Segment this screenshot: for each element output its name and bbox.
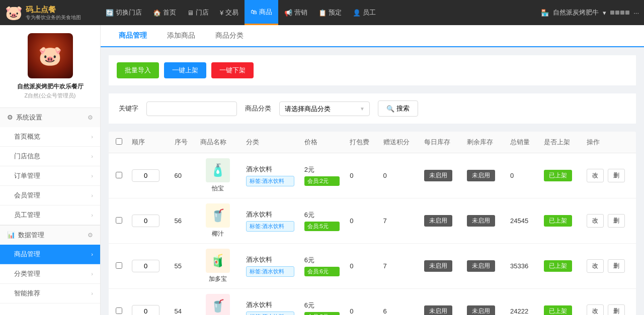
store-name-label[interactable]: 自然派炭烤肥牛 <box>553 8 599 17</box>
member-price-3: 会员:6元 <box>304 267 340 276</box>
sidebar-item-staff-management[interactable]: 员工管理 › <box>0 205 100 225</box>
order-input-3[interactable] <box>132 260 159 272</box>
chevron-right-icon: › <box>91 290 93 296</box>
price-main-1: 2元 <box>304 165 340 174</box>
order-input-4[interactable] <box>132 305 159 315</box>
row-checkbox-4[interactable] <box>116 307 122 314</box>
tab-goods-category[interactable]: 商品分类 <box>205 25 254 47</box>
col-order: 顺序 <box>127 132 170 153</box>
remaining-stock-badge-2: 未启用 <box>467 215 495 227</box>
col-actions: 操作 <box>582 132 636 153</box>
select-all-checkbox[interactable] <box>116 138 122 145</box>
profile-sub: Z自然(公众号管理员) <box>8 92 92 99</box>
actions-cell: 改 删 <box>582 244 636 289</box>
one-click-on-button[interactable]: 一键上架 <box>164 62 206 78</box>
delete-button-1[interactable]: 删 <box>608 169 625 182</box>
sidebar-item-category-management[interactable]: 分类管理 › <box>0 264 100 284</box>
member-price-1: 会员:2元 <box>304 176 340 186</box>
search-button[interactable]: 🔍 搜索 <box>378 100 418 117</box>
order-input-2[interactable] <box>132 215 159 227</box>
col-daily-stock: 每日库存 <box>419 132 462 153</box>
main-area: 商品管理 添加商品 商品分类 批量导入 一键上架 一键下架 <box>101 25 644 315</box>
order-input-1[interactable] <box>132 169 159 182</box>
category-management-label: 分类管理 <box>14 269 40 278</box>
daily-stock-cell: 未启用 <box>419 153 462 198</box>
keyword-input[interactable] <box>146 101 237 116</box>
daily-stock-badge-1: 未启用 <box>424 170 452 181</box>
shelf-status-cell: 已上架 <box>539 153 582 198</box>
reservation-icon: 📋 <box>318 9 327 17</box>
row-checkbox-3[interactable] <box>116 262 122 269</box>
row-checkbox-1[interactable] <box>116 172 122 178</box>
one-click-off-button[interactable]: 一键下架 <box>211 62 254 78</box>
nav-item-home[interactable]: 🏠 首页 <box>148 0 181 25</box>
shelf-badge-2: 已上架 <box>544 215 572 227</box>
sidebar-item-order-management[interactable]: 订单管理 › <box>0 166 100 186</box>
member-management-label: 会员管理 <box>14 191 40 200</box>
homepage-overview-label: 首页概览 <box>14 132 40 141</box>
store-icon: 🖥 <box>187 9 194 17</box>
edit-button-2[interactable]: 改 <box>587 214 604 228</box>
total-sales-cell: 24222 <box>505 289 538 316</box>
store-dropdown-icon[interactable]: ▾ <box>603 9 606 17</box>
order-management-label: 订单管理 <box>14 171 40 180</box>
sidebar-section-system: ⚙ 系统设置 ⚙ 首页概览 › 门店信息 › 订单管理 › 会员管理 › <box>0 108 100 226</box>
shelf-status-cell: 已上架 <box>539 198 582 244</box>
staff-management-label: 员工管理 <box>14 211 40 220</box>
category-name-4: 酒水饮料 <box>246 300 294 309</box>
delete-button-4[interactable]: 删 <box>608 304 625 315</box>
staff-icon: 👤 <box>353 9 361 17</box>
logo-icon: 🐷 <box>5 5 23 21</box>
nav-item-goods[interactable]: 🛍 商品 <box>245 0 278 25</box>
delete-button-2[interactable]: 删 <box>608 214 625 228</box>
sidebar-item-goods-management[interactable]: 商品管理 › <box>0 245 100 264</box>
tab-goods-manage[interactable]: 商品管理 <box>109 25 157 47</box>
tab-add-goods[interactable]: 添加商品 <box>157 25 205 47</box>
nav-label-switch: 切换门店 <box>116 8 142 17</box>
remaining-stock-badge-1: 未启用 <box>467 170 495 181</box>
category-tag-2: 标签:酒水饮料 <box>246 221 294 232</box>
row-checkbox-2[interactable] <box>116 217 122 224</box>
settings-config-icon[interactable]: ⚙ <box>88 114 93 121</box>
member-price-2: 会员:5元 <box>304 222 340 231</box>
system-settings-header[interactable]: ⚙ 系统设置 ⚙ <box>0 108 100 127</box>
delete-button-3[interactable]: 删 <box>608 259 625 273</box>
marketing-icon: 📢 <box>284 9 292 17</box>
edit-button-1[interactable]: 改 <box>587 169 604 182</box>
total-sales-cell: 24545 <box>505 198 538 244</box>
shelf-badge-3: 已上架 <box>544 260 572 272</box>
gift-points-cell: 7 <box>378 198 419 244</box>
sidebar-item-homepage-overview[interactable]: 首页概览 › <box>0 127 100 147</box>
gift-points-cell: 7 <box>378 244 419 289</box>
sidebar-item-store-info[interactable]: 门店信息 › <box>0 147 100 166</box>
nav-label-home: 首页 <box>163 8 176 17</box>
sidebar: 🐷 自然派炭烤肥牛欢乐餐厅 Z自然(公众号管理员) ⚙ 系统设置 ⚙ 首页概览 … <box>0 25 101 315</box>
sidebar-item-smart-recommendation[interactable]: 智能推荐 › <box>0 284 100 303</box>
category-name-3: 酒水饮料 <box>246 255 294 264</box>
chevron-right-icon: › <box>91 192 93 198</box>
nav-item-transaction[interactable]: ¥ 交易 <box>215 0 244 25</box>
nav-item-reservation[interactable]: 📋 预定 <box>313 0 347 25</box>
nav-item-marketing[interactable]: 📢 营销 <box>279 0 312 25</box>
category-select[interactable]: 请选择商品分类 <box>279 101 370 116</box>
chevron-right-icon: › <box>91 271 93 277</box>
nav-item-staff[interactable]: 👤 员工 <box>348 0 381 25</box>
more-options[interactable]: ··· <box>633 9 639 17</box>
store-info-label: 门店信息 <box>14 152 40 161</box>
daily-stock-badge-2: 未启用 <box>424 215 452 227</box>
data-config-icon[interactable]: ⚙ <box>88 232 93 239</box>
nav-item-switch-store[interactable]: 🔄 切换门店 <box>101 0 147 25</box>
product-name-3: 加多宝 <box>209 275 227 283</box>
edit-button-4[interactable]: 改 <box>587 304 604 315</box>
remaining-stock-cell: 未启用 <box>462 244 505 289</box>
shelf-badge-1: 已上架 <box>544 170 572 181</box>
batch-import-button[interactable]: 批量导入 <box>117 62 159 78</box>
daily-stock-cell: 未启用 <box>419 289 462 316</box>
search-bar: 关键字 商品分类 请选择商品分类 ▼ 🔍 搜索 <box>109 93 636 124</box>
shelf-status-cell: 已上架 <box>539 244 582 289</box>
sidebar-item-member-management[interactable]: 会员管理 › <box>0 186 100 205</box>
nav-item-store[interactable]: 🖥 门店 <box>182 0 214 25</box>
edit-button-3[interactable]: 改 <box>587 259 604 273</box>
data-management-header[interactable]: 📊 数据管理 ⚙ <box>0 226 100 245</box>
settings-gear-icon: ⚙ <box>7 114 13 121</box>
